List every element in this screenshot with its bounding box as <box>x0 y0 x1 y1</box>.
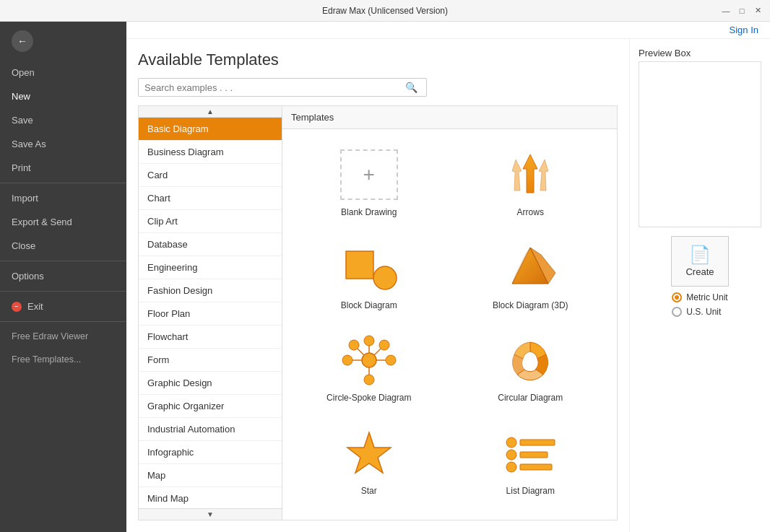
top-bar: Sign In <box>126 22 770 39</box>
metric-unit-label: Metric Unit <box>686 292 727 302</box>
back-button[interactable]: ← <box>12 30 33 52</box>
svg-marker-21 <box>347 432 391 473</box>
sidebar-divider-1 <box>0 183 126 183</box>
category-industrial-automation[interactable]: Industrial Automation <box>139 418 282 441</box>
sidebar-divider-4 <box>0 321 126 322</box>
sidebar-item-saveas[interactable]: Save As <box>0 132 126 156</box>
arrows-icon <box>498 147 563 201</box>
main-content: Sign In Available Templates 🔍 ▲ Basic Di… <box>126 22 770 532</box>
category-business-diagram[interactable]: Business Diagram <box>139 141 282 164</box>
sidebar-item-new[interactable]: New <box>0 84 126 108</box>
category-flowchart[interactable]: Flowchart <box>139 326 282 349</box>
right-panel: Preview Box 📄 Create Metric Unit <box>629 39 770 532</box>
svg-rect-25 <box>520 440 555 445</box>
sidebar: ← Open New Save Save As Print Import <box>0 22 126 532</box>
category-mind-map[interactable]: Mind Map <box>139 487 282 510</box>
sidebar-item-open[interactable]: Open <box>0 61 126 84</box>
svg-point-22 <box>506 437 516 448</box>
metric-unit-radio[interactable]: Metric Unit <box>672 292 727 302</box>
svg-point-16 <box>386 355 396 365</box>
svg-point-4 <box>373 266 397 289</box>
svg-point-20 <box>379 340 389 350</box>
maximize-button[interactable]: □ <box>735 4 748 17</box>
category-map[interactable]: Map <box>139 464 282 487</box>
search-input[interactable] <box>144 82 402 93</box>
app-title: Edraw Max (Unlicensed Version) <box>322 6 448 16</box>
category-fashion-design[interactable]: Fashion Design <box>139 279 282 302</box>
svg-marker-0 <box>523 154 537 193</box>
circular-diagram-icon <box>498 333 563 387</box>
sign-in-link[interactable]: Sign In <box>730 25 758 35</box>
create-doc-icon: 📄 <box>689 246 711 263</box>
minimize-button[interactable]: — <box>719 4 732 17</box>
us-unit-label: U.S. Unit <box>686 307 721 317</box>
svg-point-12 <box>364 375 374 385</box>
template-circle-spoke[interactable]: Circle-Spoke Diagram <box>288 320 450 414</box>
sidebar-item-exit[interactable]: − Exit <box>0 295 126 318</box>
template-star-label: Star <box>361 486 377 497</box>
template-list-diagram[interactable]: List Diagram <box>450 414 612 507</box>
sidebar-item-export[interactable]: Export & Send <box>0 210 126 234</box>
templates-header: Templates <box>282 106 617 129</box>
template-block-diagram-3d[interactable]: Block Diagram (3D) <box>450 228 612 321</box>
svg-marker-2 <box>539 160 548 191</box>
templates-area: Templates + Blank Drawing <box>282 105 618 520</box>
template-blank-drawing[interactable]: + Blank Drawing <box>288 135 450 228</box>
svg-rect-3 <box>346 251 373 279</box>
sidebar-item-freeviewer[interactable]: Free Edraw Viewer <box>0 325 126 348</box>
category-graphic-organizer[interactable]: Graphic Organizer <box>139 395 282 418</box>
us-unit-radio[interactable]: U.S. Unit <box>672 307 727 317</box>
category-chart[interactable]: Chart <box>139 187 282 210</box>
category-form[interactable]: Form <box>139 349 282 372</box>
create-button[interactable]: 📄 Create <box>671 236 729 287</box>
block-diagram-3d-icon <box>498 240 563 295</box>
category-engineering[interactable]: Engineering <box>139 256 282 279</box>
svg-line-17 <box>358 349 364 355</box>
back-area: ← <box>0 22 126 61</box>
list-diagram-icon <box>498 426 563 480</box>
template-block-diagram-3d-label: Block Diagram (3D) <box>493 300 568 312</box>
sidebar-item-freetemplates[interactable]: Free Templates... <box>0 348 126 371</box>
circle-spoke-icon <box>337 333 402 387</box>
category-list: ▲ Basic Diagram Business Diagram Card Ch… <box>138 105 282 520</box>
category-card[interactable]: Card <box>139 164 282 187</box>
svg-point-10 <box>364 336 374 346</box>
metric-radio-dot <box>672 292 682 302</box>
preview-title: Preview Box <box>639 48 761 58</box>
sidebar-item-options[interactable]: Options <box>0 264 126 288</box>
sidebar-item-print[interactable]: Print <box>0 156 126 180</box>
category-floor-plan[interactable]: Floor Plan <box>139 302 282 326</box>
content-area: Available Templates 🔍 ▲ Basic Diagram Bu… <box>126 39 770 532</box>
svg-point-14 <box>342 355 352 365</box>
create-label: Create <box>685 266 714 277</box>
search-button[interactable]: 🔍 <box>402 82 420 93</box>
template-star[interactable]: Star <box>288 414 450 507</box>
close-button[interactable]: ✕ <box>751 4 764 17</box>
svg-line-19 <box>374 349 381 355</box>
category-scroll-up[interactable]: ▲ <box>139 106 282 118</box>
category-scroll-down[interactable]: ▼ <box>139 508 282 520</box>
category-graphic-design[interactable]: Graphic Design <box>139 372 282 395</box>
split-area: ▲ Basic Diagram Business Diagram Card Ch… <box>138 105 618 520</box>
svg-point-18 <box>349 340 359 350</box>
template-block-diagram[interactable]: Block Diagram <box>288 228 450 321</box>
sidebar-item-save[interactable]: Save <box>0 108 126 132</box>
sidebar-item-close[interactable]: Close <box>0 234 126 258</box>
category-infographic[interactable]: Infographic <box>139 441 282 464</box>
app-container: ← Open New Save Save As Print Import <box>0 22 770 532</box>
category-database[interactable]: Database <box>139 233 282 256</box>
template-arrows-label: Arrows <box>517 207 544 219</box>
preview-box <box>639 61 761 227</box>
template-arrows[interactable]: Arrows <box>450 135 612 228</box>
sidebar-divider-2 <box>0 261 126 261</box>
us-radio-dot <box>672 307 682 317</box>
category-clip-art[interactable]: Clip Art <box>139 210 282 233</box>
sidebar-item-import[interactable]: Import <box>0 186 126 210</box>
category-basic-diagram[interactable]: Basic Diagram <box>139 118 282 141</box>
title-bar: Edraw Max (Unlicensed Version) — □ ✕ <box>0 0 770 22</box>
svg-point-23 <box>506 450 516 460</box>
panel-title: Available Templates <box>138 51 618 69</box>
template-circular-diagram[interactable]: Circular Diagram <box>450 320 612 414</box>
exit-icon: − <box>12 302 22 312</box>
preview-section: Preview Box <box>639 48 761 227</box>
